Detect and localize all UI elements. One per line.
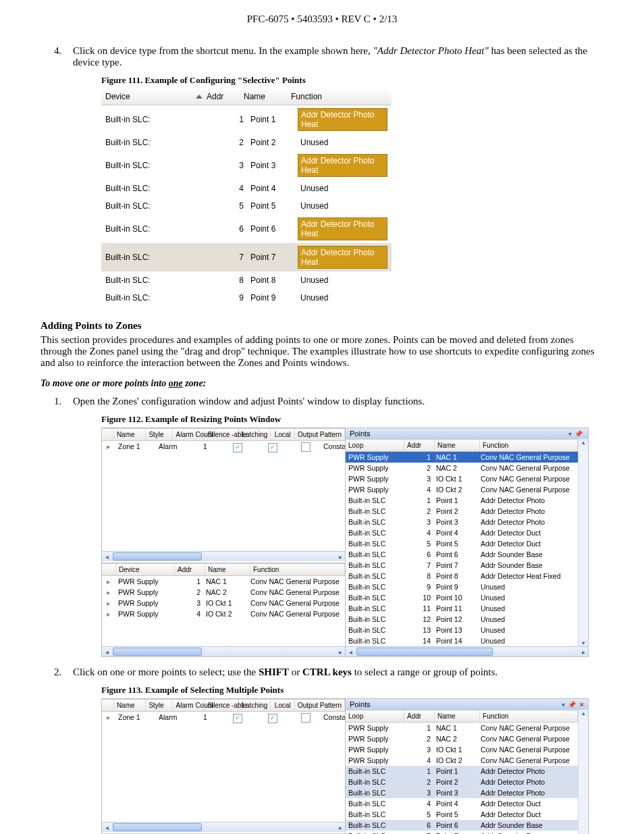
points-hscroll[interactable]: ◂▸: [346, 646, 588, 656]
list-item[interactable]: PWR Supply1NAC 1Conv NAC General Purpose: [346, 452, 578, 463]
list-item[interactable]: Built-in SLC11Point 11Unused: [346, 603, 578, 614]
list-item[interactable]: Built-in SLC1Point 1Addr Detector Photo: [346, 495, 578, 506]
zones-col-output[interactable]: Output Pattern: [295, 429, 345, 440]
list-item[interactable]: Built-in SLC6Point 6Addr Sounder Base: [346, 549, 578, 560]
zone-silenceable[interactable]: ✓: [221, 442, 254, 454]
table-row[interactable]: Built-in SLC:3Point 3Addr Detector Photo…: [101, 151, 392, 180]
close-icon[interactable]: ×: [580, 700, 584, 708]
expander-icon[interactable]: ▸: [102, 577, 115, 586]
list-item[interactable]: Built-in SLC3Point 3Addr Detector Photo: [346, 517, 578, 527]
list-item[interactable]: Built-in SLC8Point 8Addr Detector Heat F…: [346, 571, 578, 581]
points-col-loop-113[interactable]: Loop: [346, 710, 404, 722]
col-device[interactable]: Device: [105, 92, 207, 101]
col-function[interactable]: Function: [291, 92, 387, 101]
col-name[interactable]: Name: [244, 92, 291, 101]
list-item[interactable]: Built-in SLC9Point 9Unused: [346, 581, 578, 592]
zones-col-style[interactable]: Style: [146, 429, 173, 440]
zone-lat-113[interactable]: ✓: [254, 712, 291, 725]
col-addr[interactable]: Addr: [207, 92, 244, 101]
list-item[interactable]: Built-in SLC13Point 13Unused: [346, 625, 578, 635]
vscroll-up-icon-113[interactable]: ▴: [578, 710, 588, 716]
expander-icon[interactable]: ▸: [102, 609, 115, 619]
list-item[interactable]: Built-in SLC2Point 2Addr Detector Photo: [346, 506, 578, 517]
list-item[interactable]: Built-in SLC5Point 5Addr Detector Duct: [346, 538, 578, 549]
expander-icon[interactable]: ▸: [102, 598, 115, 608]
mini-hscroll[interactable]: ◂▸: [102, 646, 345, 656]
list-item[interactable]: ▸PWR Supply1NAC 1Conv NAC General Purpos…: [102, 576, 345, 587]
zone-loc-113[interactable]: [291, 712, 321, 725]
list-item[interactable]: Built-in SLC12Point 12Unused: [346, 614, 578, 625]
zones-col-name[interactable]: Name: [114, 429, 146, 440]
list-item[interactable]: PWR Supply2NAC 2Conv NAC General Purpose: [346, 733, 578, 744]
vscroll-down-icon[interactable]: ▾: [578, 640, 588, 646]
zones-col-name-113[interactable]: Name: [114, 700, 146, 711]
list-item[interactable]: PWR Supply2NAC 2Conv NAC General Purpose: [346, 463, 578, 473]
zones-col-lat-113[interactable]: Latching: [239, 700, 271, 711]
zones-hscroll-113[interactable]: ◂▸: [102, 822, 345, 832]
mini-col-func[interactable]: Function: [250, 564, 345, 575]
list-item[interactable]: Built-in SLC4Point 4Addr Detector Duct: [346, 798, 578, 809]
pin-icon[interactable]: 📌: [574, 430, 583, 438]
zones-col-style-113[interactable]: Style: [146, 700, 173, 711]
zones-col-alarm-count[interactable]: Alarm Count: [173, 429, 205, 440]
points-col-func-113[interactable]: Function: [480, 710, 578, 722]
zones-row[interactable]: ▸ Zone 1 Alarm 1 ✓ ✓ Constant: [102, 441, 345, 454]
table-row[interactable]: Built-in SLC:4Point 4Unused: [101, 180, 392, 197]
list-item[interactable]: ▸PWR Supply2NAC 2Conv NAC General Purpos…: [102, 587, 345, 598]
zones-col-op-113[interactable]: Output Pattern: [295, 700, 345, 711]
zone-sil-113[interactable]: ✓: [221, 712, 254, 725]
table-row[interactable]: Built-in SLC:5Point 5Unused: [101, 197, 392, 215]
zones-col-local[interactable]: Local: [271, 429, 295, 440]
table-row[interactable]: Built-in SLC:9Point 9Unused: [101, 289, 392, 307]
list-item[interactable]: PWR Supply4IO Ckt 2Conv NAC General Purp…: [346, 484, 578, 495]
table-row[interactable]: Built-in SLC:8Point 8Unused: [101, 271, 392, 289]
pin-icon-113[interactable]: 📌: [568, 701, 576, 708]
list-item[interactable]: Built-in SLC6Point 6Addr Sounder Base: [346, 820, 578, 831]
table-row[interactable]: Built-in SLC:6Point 6Addr Detector Photo…: [101, 215, 392, 243]
zones-col-loc-113[interactable]: Local: [271, 700, 295, 711]
list-item[interactable]: ▸PWR Supply4IO Ckt 2Conv NAC General Pur…: [102, 608, 345, 619]
points-col-addr-113[interactable]: Addr: [404, 710, 435, 722]
table-row[interactable]: Built-in SLC:1Point 1Addr Detector Photo…: [101, 105, 392, 134]
mini-col-device[interactable]: Device: [116, 564, 175, 575]
points-col-name-113[interactable]: Name: [435, 710, 480, 722]
table-row[interactable]: Built-in SLC:2Point 2Unused: [101, 134, 392, 151]
vscroll-up-icon[interactable]: ▴: [578, 439, 588, 446]
list-item[interactable]: Built-in SLC4Point 4Addr Detector Duct: [346, 527, 578, 538]
list-item[interactable]: Built-in SLC2Point 2Addr Detector Photo: [346, 777, 578, 787]
zones-col-alarm-113[interactable]: Alarm Count: [173, 700, 205, 711]
list-item[interactable]: PWR Supply3IO Ckt 1Conv NAC General Purp…: [346, 744, 578, 755]
list-item[interactable]: Built-in SLC7Point 7Addr Sounder Base: [346, 560, 578, 571]
points-col-func[interactable]: Function: [480, 440, 578, 451]
zones-col-latching[interactable]: Latching: [239, 429, 271, 440]
mini-col-name[interactable]: Name: [205, 564, 250, 575]
points-col-loop[interactable]: Loop: [346, 440, 404, 451]
list-item[interactable]: Built-in SLC14Point 14Unused: [346, 635, 578, 646]
expander-icon-113[interactable]: ▸: [102, 712, 115, 725]
list-item[interactable]: Built-in SLC10Point 10Unused: [346, 592, 578, 603]
expander-icon[interactable]: ▸: [102, 588, 115, 597]
list-item[interactable]: PWR Supply4IO Ckt 2Conv NAC General Purp…: [346, 755, 578, 766]
list-item[interactable]: PWR Supply3IO Ckt 1Conv NAC General Purp…: [346, 473, 578, 484]
table-row[interactable]: Built-in SLC:7Point 7Addr Detector Photo…: [101, 243, 392, 271]
zones-row-113[interactable]: ▸ Zone 1 Alarm 1 ✓ ✓ Constant: [102, 712, 345, 725]
list-item[interactable]: Built-in SLC3Point 3Addr Detector Photo: [346, 787, 578, 798]
zone-local[interactable]: [291, 442, 321, 454]
zones-col-silenceable[interactable]: Silence -able: [205, 429, 239, 440]
zone-ac-113: 1: [190, 712, 221, 725]
step-4-number: 4.: [54, 45, 73, 68]
zones-hscroll[interactable]: ◂▸: [102, 551, 345, 561]
list-item[interactable]: Built-in SLC1Point 1Addr Detector Photo: [346, 766, 578, 777]
dropdown-icon[interactable]: ▾: [568, 430, 572, 438]
dropdown-icon-113[interactable]: ▾: [562, 701, 565, 708]
list-item[interactable]: PWR Supply1NAC 1Conv NAC General Purpose: [346, 723, 578, 733]
list-item[interactable]: Built-in SLC5Point 5Addr Detector Duct: [346, 809, 578, 820]
zones-col-sil-113[interactable]: Silence -able: [205, 700, 239, 711]
list-item[interactable]: Built-in SLC7Point 7Addr Sounder Base: [346, 831, 578, 834]
points-col-name[interactable]: Name: [435, 440, 480, 451]
points-col-addr[interactable]: Addr: [404, 440, 435, 451]
expander-icon[interactable]: ▸: [102, 442, 115, 454]
list-item[interactable]: ▸PWR Supply3IO Ckt 1Conv NAC General Pur…: [102, 598, 345, 608]
zone-latching[interactable]: ✓: [254, 442, 291, 454]
mini-col-addr[interactable]: Addr: [175, 564, 205, 575]
